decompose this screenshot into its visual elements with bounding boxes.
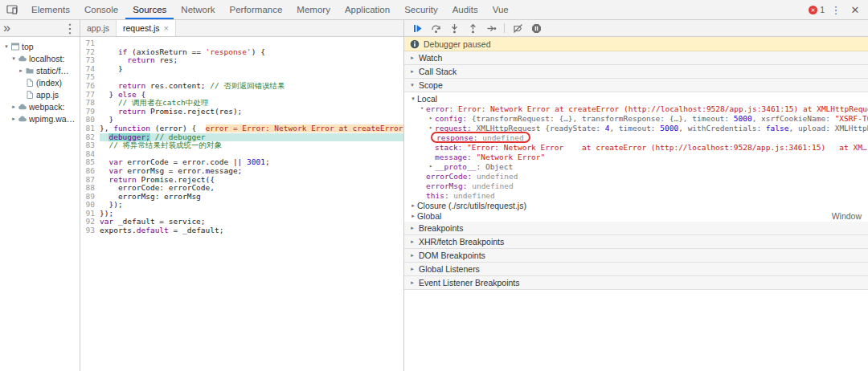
step-icon[interactable]: [485, 22, 497, 34]
tree-item-app-js[interactable]: app.js: [0, 88, 80, 100]
line-number[interactable]: 93: [80, 226, 100, 235]
code-line-83[interactable]: 83 // 将异常结果封装成统一的对象: [80, 141, 403, 150]
chevron-down-icon[interactable]: ▾: [2, 43, 10, 50]
code-line-content: var errorMsg = error.message;: [100, 167, 403, 176]
editor-pane: app.jsrequest.js× 7172 if (axiosReturn =…: [80, 20, 404, 371]
chevron-down-icon[interactable]: ▾: [418, 105, 426, 112]
section-dom-breakpoints[interactable]: ▸DOM Breakpoints: [404, 249, 868, 263]
scope-var-response[interactable]: response: undefined: [404, 132, 868, 142]
scope-var-stack[interactable]: stack: "Error: Network Error at createEr…: [404, 142, 868, 152]
tab-vue[interactable]: Vue: [485, 0, 516, 19]
code-line-74[interactable]: 74 }: [80, 65, 403, 74]
scope-var-this[interactable]: this: undefined: [404, 190, 868, 200]
code-line-77[interactable]: 77 } else {: [80, 91, 403, 100]
code-line-71[interactable]: 71: [80, 39, 403, 48]
tab-audits[interactable]: Audits: [445, 0, 485, 19]
tab-console[interactable]: Console: [77, 0, 125, 19]
chevron-right-icon[interactable]: ▸: [427, 124, 435, 131]
chevron-down-icon[interactable]: ▾: [10, 55, 18, 62]
code-line-86[interactable]: 86 var errorMsg = error.message;: [80, 167, 403, 176]
code-line-81[interactable]: 81}, function (error) { error = Error: N…: [80, 124, 403, 133]
code-token: // debugger: [155, 133, 206, 141]
scope-section-local[interactable]: ▾Local: [404, 93, 868, 104]
chevron-right-icon[interactable]: ▸: [10, 104, 18, 110]
tree-item-static-f[interactable]: ▸static/f…: [0, 64, 80, 76]
section-scope[interactable]: ▾Scope: [404, 79, 868, 92]
code-line-84[interactable]: 84: [80, 150, 403, 159]
line-number[interactable]: 86: [80, 167, 100, 176]
tree-item-webpack[interactable]: ▸webpack:: [0, 100, 80, 112]
chevron-right-icon: ▸: [408, 225, 416, 231]
scope-var-errorcode[interactable]: errorCode: undefined: [404, 171, 868, 181]
scope-var-config[interactable]: ▸config: {transformRequest: {…}, transfo…: [404, 113, 868, 123]
code-line-73[interactable]: 73 return res;: [80, 56, 403, 65]
tree-item-index[interactable]: (index): [0, 76, 80, 88]
code-line-72[interactable]: 72 if (axiosReturn == 'response') {: [80, 48, 403, 57]
section-global-listeners[interactable]: ▸Global Listeners: [404, 263, 868, 276]
close-tab-icon[interactable]: ×: [164, 20, 169, 36]
code-line-79[interactable]: 79 return Promise.reject(res);: [80, 108, 403, 116]
close-devtools-icon[interactable]: ✕: [847, 4, 863, 16]
code-editor[interactable]: 7172 if (axiosReturn == 'response') {73 …: [80, 37, 403, 371]
line-number[interactable]: 71: [80, 39, 100, 48]
tab-memory[interactable]: Memory: [289, 0, 338, 19]
tab-application[interactable]: Application: [338, 0, 397, 19]
scope-section-global[interactable]: ▸GlobalWindow: [404, 210, 868, 221]
error-count-badge[interactable]: ✕ 1: [809, 5, 825, 14]
tab-network[interactable]: Network: [174, 0, 222, 19]
chevron-right-icon[interactable]: ▸: [409, 202, 417, 209]
code-line-82[interactable]: 82 debugger; // debugger: [80, 133, 403, 142]
scope-section-closure-src-utils-request-js[interactable]: ▸Closure (./src/utils/request.js): [404, 200, 868, 210]
section-event-listener-breakpoints[interactable]: ▸Event Listener Breakpoints: [404, 276, 868, 290]
chevron-right-icon[interactable]: ▸: [17, 67, 25, 74]
editor-tab-app-js[interactable]: app.js: [80, 20, 117, 36]
scope-var-errormsg[interactable]: errorMsg: undefined: [404, 181, 868, 190]
code-line-76[interactable]: 76 return res.content; // 否则返回错误结果: [80, 82, 403, 91]
devtools-menu-icon[interactable]: ⋮: [828, 4, 844, 16]
code-line-75[interactable]: 75: [80, 73, 403, 82]
step-out-icon[interactable]: [467, 22, 478, 34]
chevron-right-icon[interactable]: ▸: [10, 116, 18, 122]
scope-var-proto[interactable]: ▸__proto__: Object: [404, 161, 868, 171]
editor-tab-request-js[interactable]: request.js×: [117, 20, 176, 36]
section-xhr-fetch-breakpoints[interactable]: ▸XHR/fetch Breakpoints: [404, 235, 868, 249]
code-line-89[interactable]: 89 errorMsg: errorMsg: [80, 193, 403, 202]
code-line-85[interactable]: 85 var errorCode = error.code || 3001;: [80, 158, 403, 167]
scope-var-error[interactable]: ▾error: Error: Network Error at createEr…: [404, 104, 868, 113]
deactivate-breakpoints-icon[interactable]: [512, 22, 523, 34]
code-line-93[interactable]: 93exports.default = _default;: [80, 226, 403, 235]
line-number[interactable]: 81: [80, 124, 100, 133]
tab-sources[interactable]: Sources: [125, 0, 174, 19]
tree-item-wpimg-wa[interactable]: ▸wpimg.wa…: [0, 112, 80, 124]
line-number[interactable]: 76: [80, 82, 100, 91]
code-line-80[interactable]: 80 }: [80, 116, 403, 124]
scope-var-message[interactable]: message: "Network Error": [404, 152, 868, 161]
code-line-87[interactable]: 87 return Promise.reject({: [80, 176, 403, 185]
chevron-right-icon[interactable]: ▸: [427, 163, 435, 169]
tree-item-localhost[interactable]: ▾localhost:: [0, 52, 80, 64]
chevron-right-icon[interactable]: ▸: [409, 213, 417, 219]
resume-icon[interactable]: [411, 22, 423, 34]
section-breakpoints[interactable]: ▸Breakpoints: [404, 222, 868, 235]
navigator-menu-icon[interactable]: ⋮: [63, 21, 76, 36]
section-watch[interactable]: ▸Watch: [404, 51, 868, 65]
tab-elements[interactable]: Elements: [24, 0, 77, 19]
pause-on-exceptions-icon[interactable]: [530, 22, 542, 34]
section-call-stack[interactable]: ▸Call Stack: [404, 65, 868, 79]
code-line-92[interactable]: 92var _default = service;: [80, 218, 403, 226]
chevron-down-icon[interactable]: ▾: [409, 96, 417, 102]
device-toolbar-icon[interactable]: [0, 5, 24, 14]
tree-item-top[interactable]: ▾top: [0, 40, 80, 52]
tab-performance[interactable]: Performance: [223, 0, 290, 19]
chevron-right-icon[interactable]: ▸: [427, 115, 435, 121]
code-line-88[interactable]: 88 errorCode: errorCode,: [80, 184, 403, 193]
step-over-icon[interactable]: [430, 22, 441, 34]
code-line-content: [100, 73, 403, 82]
step-into-icon[interactable]: [448, 22, 460, 34]
code-token: [100, 133, 108, 141]
more-tabs-icon[interactable]: »: [3, 21, 10, 35]
tab-security[interactable]: Security: [397, 0, 445, 19]
code-line-90[interactable]: 90 });: [80, 201, 403, 210]
code-line-78[interactable]: 78 // 调用者在catch中处理: [80, 99, 403, 108]
code-line-91[interactable]: 91});: [80, 210, 403, 218]
